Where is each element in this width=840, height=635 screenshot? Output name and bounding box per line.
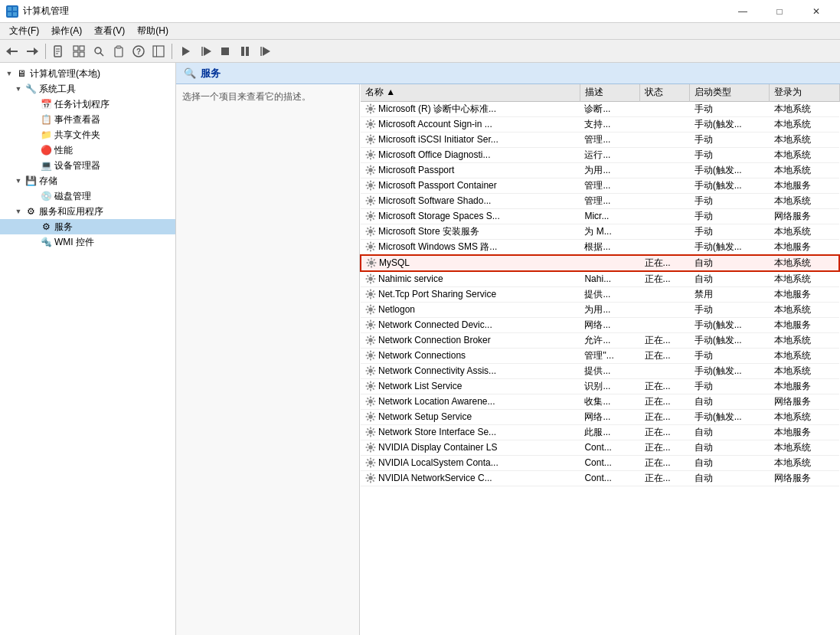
table-row[interactable]: Microsoft Passport为用...手动(触发...本地系统 [361,162,839,178]
service-desc: 提供... [580,363,639,378]
pause-button[interactable] [236,42,254,61]
col-name[interactable]: 名称 ▲ [361,84,580,101]
svg-point-149 [369,308,373,312]
minimize-button[interactable]: — [725,0,760,23]
table-row[interactable]: NVIDIA Display Container LSCont...正在...自… [361,440,839,455]
table-row[interactable]: Net.Tcp Port Sharing Service提供...禁用本地服务 [361,286,839,302]
sidebar-root[interactable]: ▼ 🖥 计算机管理(本地) [0,66,175,81]
service-login: 本地服务 [770,239,839,255]
svg-rect-161 [374,325,376,326]
table-row[interactable]: Microsoft Office Diagnosti...运行...手动本地系统 [361,147,839,162]
wmi-icon: 🔩 [40,236,52,248]
table-row[interactable]: Network Connection Broker允许...正在...手动(触发… [361,332,839,348]
svg-rect-210 [366,401,368,403]
service-login: 本地系统 [770,224,839,239]
table-row[interactable]: Microsoft Software Shado...管理...手动本地系统 [361,193,839,208]
sidebar-item-services[interactable]: ⚙ 服务 [0,219,175,234]
svg-rect-1 [13,7,17,11]
svg-rect-109 [370,234,371,237]
svg-rect-224 [374,432,376,434]
table-row[interactable]: Microsoft iSCSI Initiator Ser...管理...手动本… [361,132,839,147]
play2-button[interactable] [196,42,214,61]
table-row[interactable]: Netlogon为用...手动本地系统 [361,302,839,317]
services-table-container[interactable]: 名称 ▲ 描述 状态 启动类型 登录为 [360,84,840,635]
table-row[interactable]: Microsoft (R) 诊断中心标准...诊断...手动本地系统 [361,101,839,116]
menu-action[interactable]: 操作(A) [45,23,88,39]
close-button[interactable]: ✕ [799,0,834,23]
service-name: Microsoft Account Sign-in ... [361,116,580,132]
main-container: ▼ 🖥 计算机管理(本地) ▼ 🔧 系统工具 📅 任务计划程序 📋 事件查看器 … [0,63,840,635]
svg-rect-254 [367,480,369,483]
col-startup[interactable]: 启动类型 [690,84,770,101]
service-name: Microsoft Store 安装服务 [361,224,580,239]
sidebar-item-shared-folders[interactable]: 📁 共享文件夹 [0,127,175,142]
menu-help[interactable]: 帮助(H) [131,23,175,39]
svg-rect-238 [367,444,369,446]
svg-rect-7 [27,51,34,52]
maximize-button[interactable]: □ [762,0,797,23]
title-bar-left: 计算机管理 [6,5,69,18]
menu-view[interactable]: 查看(V) [88,23,131,39]
col-desc[interactable]: 描述 [580,84,639,101]
table-row[interactable]: Microsoft Account Sign-in ...支持...手动(触发.… [361,116,839,132]
svg-rect-148 [367,290,369,293]
stop-button[interactable] [216,42,234,61]
menu-file[interactable]: 文件(F) [3,23,45,39]
table-row[interactable]: Microsoft Passport Container管理...手动(触发..… [361,178,839,193]
service-startup: 禁用 [690,286,770,302]
sidebar-item-wmi[interactable]: 🔩 WMI 控件 [0,234,175,250]
svg-text:?: ? [136,47,141,56]
table-row[interactable]: Microsoft Store 安装服务为 M...手动本地系统 [361,224,839,239]
svg-rect-47 [367,126,369,129]
svg-rect-198 [372,388,374,391]
service-status: 正在... [640,378,690,394]
svg-rect-145 [370,297,371,299]
toolbar-clipboard-button[interactable] [109,42,128,61]
svg-rect-206 [374,401,376,403]
service-status: 正在... [640,455,690,470]
sidebar-item-system-tools[interactable]: ▼ 🔧 系统工具 [0,81,175,97]
toolbar-panel-button[interactable] [149,42,168,61]
svg-rect-144 [372,296,374,299]
service-login: 网络服务 [770,470,839,486]
table-row[interactable]: Network Location Awarene...收集...正在...自动网… [361,394,839,409]
service-login: 本地服务 [770,178,839,193]
toolbar-doc-button[interactable] [50,42,68,61]
table-row[interactable]: Nahimic serviceNahi...正在...自动本地系统 [361,271,839,287]
back-button[interactable] [3,42,21,61]
table-row[interactable]: Microsoft Windows SMS 路...根据...手动(触发...本… [361,239,839,255]
play-button[interactable] [176,42,194,61]
sidebar-item-event-viewer[interactable]: 📋 事件查看器 [0,112,175,127]
sidebar-item-task-scheduler[interactable]: 📅 任务计划程序 [0,97,175,112]
sidebar-item-disk-management[interactable]: 💿 磁盘管理 [0,188,175,204]
svg-rect-215 [374,417,376,418]
service-desc: 此服... [580,424,639,440]
table-row[interactable]: Microsoft Storage Spaces S...Micr...手动网络… [361,208,839,224]
table-row[interactable]: Network Setup Service网络...正在...手动(触发...本… [361,409,839,424]
toolbar-help-button[interactable]: ? [129,42,148,61]
restart-button[interactable] [256,42,274,61]
sidebar-item-performance[interactable]: 🔴 性能 [0,142,175,158]
service-startup: 手动 [690,101,770,116]
forward-button[interactable] [23,42,41,61]
svg-rect-98 [374,216,376,218]
svg-rect-153 [372,312,374,314]
toolbar-search-button[interactable] [90,42,108,61]
table-row[interactable]: Network Store Interface Se...此服...正在...自… [361,424,839,440]
toolbar-grid-button[interactable] [70,42,88,61]
table-row[interactable]: MySQL正在...自动本地系统 [361,255,839,271]
table-row[interactable]: Network Connections管理"...正在...手动本地系统 [361,348,839,363]
col-login[interactable]: 登录为 [770,84,839,101]
table-row[interactable]: Network Connectivity Assis...提供...手动(触发.… [361,363,839,378]
sidebar-item-storage[interactable]: ▼ 💾 存储 [0,173,175,188]
sidebar-item-device-manager[interactable]: 💻 设备管理器 [0,158,175,173]
col-status[interactable]: 状态 [640,84,690,101]
table-row[interactable]: Network List Service识别...正在...手动本地服务 [361,378,839,394]
table-row[interactable]: NVIDIA NetworkService C...Cont...正在...自动… [361,470,839,486]
svg-rect-244 [370,466,371,468]
table-row[interactable]: NVIDIA LocalSystem Conta...Cont...正在...自… [361,455,839,470]
svg-point-167 [369,339,373,342]
expand-icon: ▼ [3,70,15,77]
sidebar-item-services-apps[interactable]: ▼ ⚙ 服务和应用程序 [0,204,175,219]
table-row[interactable]: Network Connected Devic...网络...手动(触发...本… [361,317,839,332]
